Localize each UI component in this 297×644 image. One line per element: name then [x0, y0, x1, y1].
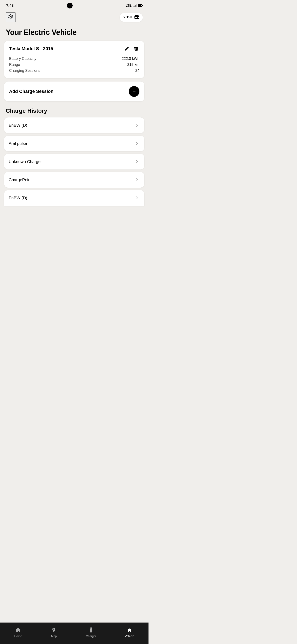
add-charge-session-card[interactable]: Add Charge Session +	[4, 82, 144, 101]
signal-icon	[133, 4, 137, 7]
chevron-right-icon-1	[134, 140, 140, 146]
range-row: Range 215 km	[9, 62, 139, 68]
plus-icon: +	[132, 88, 136, 94]
battery-capacity-row: Battery Capacity 222.0 kWh	[9, 56, 139, 62]
chevron-right-icon-4	[134, 195, 140, 201]
history-item-label-4: EnBW (D)	[9, 196, 27, 200]
range-value: 215 km	[127, 62, 139, 67]
history-item-label-2: Unknown Charger	[9, 159, 42, 164]
charging-sessions-row: Charging Sessions 24	[9, 68, 139, 74]
add-session-label: Add Charge Session	[9, 89, 53, 94]
svg-rect-1	[137, 17, 138, 18]
battery-capacity-value: 222.0 kWh	[122, 56, 139, 61]
history-item-label-0: EnBW (D)	[9, 123, 27, 128]
svg-rect-0	[135, 16, 139, 18]
camera-notch	[67, 3, 73, 8]
status-bar: 7:48 LTE	[0, 0, 148, 10]
header: 2.15K	[0, 10, 148, 24]
lte-label: LTE	[126, 4, 132, 8]
chevron-right-icon-2	[134, 159, 140, 164]
chevron-right-icon-0	[134, 122, 140, 128]
edit-icon	[125, 46, 130, 51]
range-label: Range	[9, 62, 20, 67]
vehicle-card: Tesla Model S - 2015 Battery Capacity 22…	[4, 41, 144, 78]
wallet-icon	[134, 15, 139, 20]
page-title: Your Electric Vehicle	[0, 24, 148, 41]
vehicle-card-header: Tesla Model S - 2015	[9, 46, 139, 52]
battery-icon	[138, 4, 142, 7]
wallet-amount: 2.15K	[124, 15, 133, 20]
charge-history-list: EnBW (D) Aral pulse Unknown Charger Char…	[0, 118, 148, 206]
history-item-label-3: ChargePoint	[9, 178, 31, 182]
wallet-button[interactable]: 2.15K	[120, 13, 143, 22]
history-item-0[interactable]: EnBW (D)	[4, 118, 144, 133]
charging-sessions-label: Charging Sessions	[9, 68, 40, 73]
status-time: 7:48	[6, 4, 13, 8]
history-item-2[interactable]: Unknown Charger	[4, 154, 144, 170]
add-session-button[interactable]: +	[129, 86, 139, 97]
trash-icon	[134, 46, 139, 51]
settings-button[interactable]	[6, 12, 16, 22]
history-item-label-1: Aral pulse	[9, 141, 27, 146]
delete-button[interactable]	[133, 46, 139, 52]
history-item-1[interactable]: Aral pulse	[4, 136, 144, 151]
charging-sessions-value: 24	[135, 68, 139, 73]
battery-capacity-label: Battery Capacity	[9, 56, 36, 61]
vehicle-actions	[124, 46, 139, 52]
history-item-3[interactable]: ChargePoint	[4, 172, 144, 188]
edit-button[interactable]	[124, 46, 130, 52]
vehicle-name: Tesla Model S - 2015	[9, 46, 53, 52]
charge-history-title: Charge History	[0, 108, 148, 118]
chevron-right-icon-3	[134, 177, 140, 183]
status-icons: LTE	[126, 4, 142, 8]
gear-icon	[7, 14, 14, 21]
history-item-4[interactable]: EnBW (D)	[4, 190, 144, 206]
